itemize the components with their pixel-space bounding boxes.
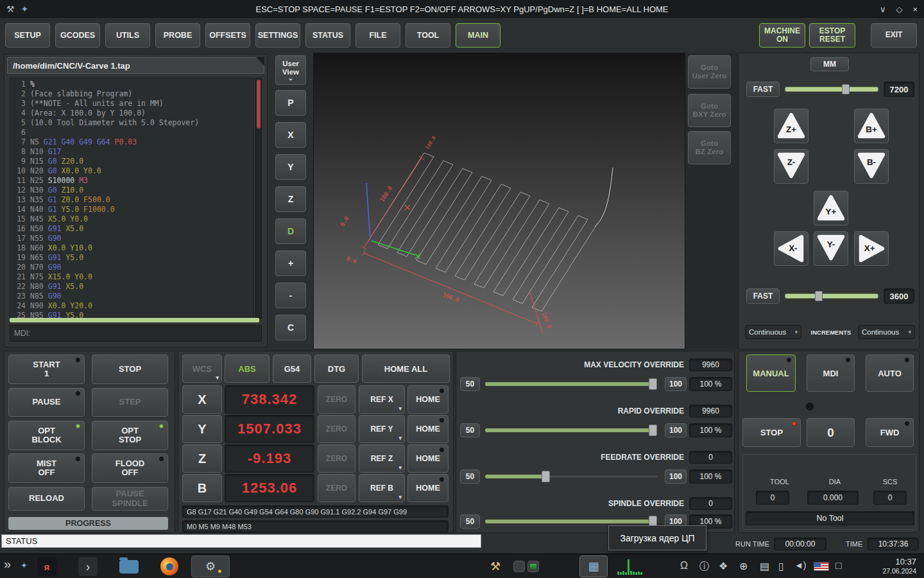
view-zoom-out[interactable]: - bbox=[275, 283, 306, 308]
dtg-button[interactable]: DTG bbox=[314, 355, 359, 383]
info-icon[interactable]: ⓘ bbox=[699, 560, 710, 574]
stop-button[interactable]: STOP bbox=[92, 355, 168, 384]
max-velocity-override-slider[interactable] bbox=[485, 378, 658, 390]
spindle-speed-button[interactable]: 0 bbox=[807, 418, 855, 447]
tab-tool[interactable]: TOOL bbox=[406, 23, 450, 48]
mill-tray-icon[interactable]: ⚒ bbox=[490, 559, 501, 574]
jog-b-plus-button[interactable]: B+ bbox=[854, 109, 889, 143]
axis-b-button[interactable]: B bbox=[182, 474, 222, 502]
jog-b-minus-button[interactable]: B- bbox=[854, 149, 889, 184]
cpu-tray-icon[interactable]: ▦ bbox=[579, 556, 608, 577]
jog-rotary-speed-slider[interactable] bbox=[785, 291, 878, 301]
device-icon[interactable]: ▯ bbox=[778, 560, 784, 572]
reload-button[interactable]: RELOAD bbox=[8, 487, 85, 511]
max-velocity-override-min-button[interactable]: 50 bbox=[460, 377, 480, 391]
feedrate-override-min-button[interactable]: 50 bbox=[460, 469, 480, 484]
home-all-button[interactable]: HOME ALL bbox=[362, 355, 450, 383]
jog-y-plus-button[interactable]: Y+ bbox=[814, 191, 848, 225]
view-p[interactable]: P bbox=[275, 90, 306, 116]
bell-icon[interactable]: Ω bbox=[680, 560, 688, 572]
abs-button[interactable]: ABS bbox=[225, 355, 270, 383]
run-app-icon[interactable]: › bbox=[78, 557, 98, 576]
ref-x-button[interactable]: REF X▾ bbox=[359, 385, 405, 414]
tab-offsets[interactable]: OFFSETS bbox=[205, 23, 250, 48]
estop-reset-button[interactable]: ESTOPRESET bbox=[809, 23, 855, 48]
opt-stop-button[interactable]: OPTSTOP bbox=[92, 421, 168, 450]
goto-user-zero-button[interactable]: GotoUser Zero bbox=[688, 55, 731, 89]
pause-button[interactable]: PAUSE bbox=[8, 388, 85, 417]
file-manager-icon[interactable] bbox=[119, 560, 139, 574]
jog-y-minus-button[interactable]: Y- bbox=[814, 231, 848, 266]
zero-b-button[interactable]: ZERO bbox=[318, 474, 355, 502]
rapid-override-min-button[interactable]: 50 bbox=[460, 423, 480, 437]
slider-handle[interactable] bbox=[815, 291, 823, 301]
mdi-input[interactable]: MDI: bbox=[10, 325, 262, 342]
jog-x-plus-button[interactable]: X+ bbox=[854, 231, 889, 266]
goto-bxy-zero-button[interactable]: GotoBXY Zero bbox=[688, 94, 731, 127]
view-user-view[interactable]: UserView⌄ bbox=[275, 55, 306, 85]
goto-bz-zero-button[interactable]: GotoBZ Zero bbox=[688, 131, 731, 164]
ref-b-button[interactable]: REF B▾ bbox=[359, 474, 405, 502]
zero-y-button[interactable]: ZERO bbox=[318, 415, 355, 443]
view-y[interactable]: Y bbox=[275, 154, 306, 180]
close-icon[interactable]: × bbox=[912, 4, 918, 14]
opt-block-button[interactable]: OPTBLOCK bbox=[8, 421, 85, 450]
jog-linear-fast-button[interactable]: FAST bbox=[746, 82, 780, 97]
jog-linear-speed-slider[interactable] bbox=[785, 84, 878, 94]
increment-select-left[interactable]: Continuous▾ bbox=[745, 325, 801, 339]
zero-z-button[interactable]: ZERO bbox=[318, 444, 355, 473]
max-velocity-override-max-button[interactable]: 100 bbox=[665, 377, 687, 391]
zero-x-button[interactable]: ZERO bbox=[318, 385, 355, 414]
mode-manual-button[interactable]: MANUAL bbox=[746, 355, 796, 392]
rapid-override-slider[interactable] bbox=[485, 424, 658, 437]
gcode-listing[interactable]: 1%2(Face slabbing Program)3(**NOTE - All… bbox=[10, 78, 254, 319]
increment-select-right[interactable]: Continuous▾ bbox=[858, 325, 915, 339]
view-x[interactable]: X bbox=[275, 122, 306, 148]
home-y-button[interactable]: HOME bbox=[407, 415, 449, 443]
view-clear[interactable]: C bbox=[275, 315, 306, 340]
tab-settings[interactable]: SETTINGS bbox=[255, 23, 300, 48]
spindle-fwd-button[interactable]: FWD bbox=[866, 418, 914, 447]
jog-rotary-fast-button[interactable]: FAST bbox=[746, 288, 780, 304]
gcode-horizontal-scrollbar[interactable] bbox=[10, 318, 259, 322]
wcs-button[interactable]: WCS▾ bbox=[182, 355, 222, 383]
pin-icon[interactable]: ✦ bbox=[21, 4, 29, 14]
editor-app-icon[interactable]: я bbox=[37, 557, 56, 576]
feedrate-override-max-button[interactable]: 100 bbox=[665, 469, 687, 484]
view-z[interactable]: Z bbox=[275, 186, 306, 212]
clipboard-icon[interactable]: ▤ bbox=[760, 560, 769, 572]
jog-x-minus-button[interactable]: X- bbox=[774, 231, 809, 266]
display-icon[interactable]: □ bbox=[835, 560, 842, 572]
tab-gcodes[interactable]: GCODES bbox=[55, 23, 100, 48]
axis-z-button[interactable]: Z bbox=[182, 444, 222, 473]
units-mm-button[interactable]: MM bbox=[810, 57, 849, 71]
machine-on-button[interactable]: MACHINEON bbox=[759, 23, 805, 48]
home-x-button[interactable]: HOME bbox=[407, 385, 449, 414]
mode-auto-button[interactable]: AUTO bbox=[866, 355, 914, 392]
feedrate-override-slider[interactable] bbox=[485, 470, 658, 483]
view-dimensions[interactable]: D bbox=[275, 218, 306, 244]
start-1-button[interactable]: START1 bbox=[8, 355, 85, 384]
g54-button[interactable]: G54 bbox=[273, 355, 311, 383]
slider-handle[interactable] bbox=[842, 84, 850, 94]
keyboard-layout-flag[interactable] bbox=[814, 562, 829, 571]
tray-tile-icon[interactable] bbox=[513, 561, 525, 572]
home-z-button[interactable]: HOME bbox=[407, 444, 449, 473]
slider-handle[interactable] bbox=[542, 471, 550, 482]
tab-utils[interactable]: UTILS bbox=[105, 23, 150, 48]
taskbar-pin-icon[interactable]: ✦ bbox=[21, 561, 28, 570]
pause-spindle-button[interactable]: PAUSESPINDLE bbox=[92, 487, 168, 511]
gcode-vertical-scrollbar[interactable] bbox=[255, 78, 262, 319]
taskbar-overflow-icon[interactable]: » bbox=[4, 557, 11, 572]
step-button[interactable]: STEP bbox=[92, 388, 168, 417]
taskbar-clock[interactable]: 10:37 27.06.2024 bbox=[855, 557, 916, 575]
cpu-load-graph[interactable] bbox=[617, 559, 643, 575]
jog-z-minus-button[interactable]: Z- bbox=[774, 149, 809, 184]
axis-x-button[interactable]: X bbox=[182, 385, 222, 414]
indicator-icon[interactable]: ❖ bbox=[719, 560, 728, 572]
spindle-stop-button[interactable]: STOP bbox=[742, 418, 801, 447]
tab-setup[interactable]: SETUP bbox=[5, 23, 50, 48]
ref-y-button[interactable]: REF Y▾ bbox=[359, 415, 405, 443]
home-b-button[interactable]: HOME bbox=[407, 474, 449, 502]
ref-z-button[interactable]: REF Z▾ bbox=[359, 444, 405, 473]
